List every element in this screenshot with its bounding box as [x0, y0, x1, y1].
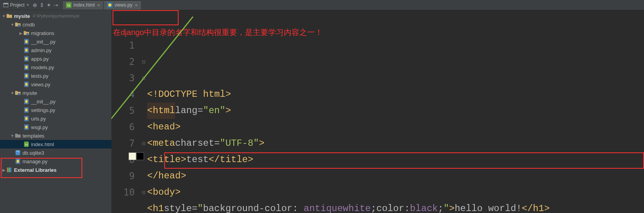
svg-rect-25: [10, 168, 11, 172]
project-tree-panel: ▼mysiteF:\Python\pycharm\myst▼cmdb▶migra…: [0, 10, 111, 213]
tab-views-py[interactable]: views.py ✕: [104, 0, 141, 10]
target-icon[interactable]: ⊕: [33, 2, 37, 8]
svg-text:H: H: [68, 3, 70, 7]
tree-node-templates[interactable]: ▼templates: [0, 131, 111, 140]
tree-node---init---py[interactable]: __init__.py: [0, 97, 111, 106]
svg-point-6: [26, 33, 29, 35]
project-icon: [3, 2, 9, 8]
tree-node-mysite[interactable]: ▼mysiteF:\Python\pycharm\myst: [0, 12, 111, 20]
code-line-4[interactable]: <meta charset="UTF-8">: [147, 135, 644, 152]
tree-node-index-html[interactable]: Hindex.html: [0, 140, 111, 148]
chevron-down-icon: ▼: [26, 3, 30, 7]
svg-rect-24: [9, 168, 10, 172]
python-icon: [107, 2, 113, 8]
svg-point-21: [16, 150, 20, 152]
svg-point-5: [18, 24, 20, 27]
code-line-7[interactable]: <body>: [147, 184, 644, 201]
code-line-1[interactable]: <!DOCTYPE html>: [147, 86, 644, 103]
code-editor[interactable]: 在django中目录的名字和结构很重要，是主要学习内容之一！ 123456789…: [111, 10, 644, 213]
tab-label: index.html: [73, 2, 95, 8]
code-line-5[interactable]: <title>test</title>: [147, 152, 644, 168]
tree-node-migrations[interactable]: ▶migrations: [0, 29, 111, 37]
tree-node-db-sqlite3[interactable]: db.sqlite3: [0, 148, 111, 157]
tree-node-manage-py[interactable]: manage.py: [0, 157, 111, 166]
tree-node-settings-py[interactable]: settings.py: [0, 106, 111, 114]
close-icon[interactable]: ✕: [97, 3, 100, 7]
tree-node-views-py[interactable]: views.py: [0, 80, 111, 89]
collapse-icon[interactable]: ⇕: [40, 2, 44, 8]
line-gutter: 12345678910: [111, 37, 142, 213]
tab-label: views.py: [115, 2, 132, 8]
code-line-8[interactable]: <h1 style="background-color: antiquewhit…: [147, 201, 644, 213]
tree-node-admin-py[interactable]: admin.py: [0, 46, 111, 54]
annotation-text: 在django中目录的名字和结构很重要，是主要学习内容之一！: [113, 27, 323, 38]
code-line-3[interactable]: <head>: [147, 119, 644, 135]
gear-icon[interactable]: ✴: [47, 2, 51, 8]
svg-point-13: [18, 93, 20, 95]
tree-node-wsgi-py[interactable]: wsgi.py: [0, 123, 111, 131]
fold-column[interactable]: ⊟⊟⊟⊟: [142, 37, 147, 213]
close-icon[interactable]: ✕: [135, 3, 138, 7]
svg-rect-23: [7, 168, 8, 172]
tree-node-mysite[interactable]: ▼mysite: [0, 89, 111, 97]
project-panel-label: Project: [10, 2, 24, 8]
tree-node-models-py[interactable]: models.py: [0, 63, 111, 72]
tree-node-external-libraries[interactable]: ▶External Libraries: [0, 166, 111, 174]
project-panel-toggle[interactable]: Project ▼: [0, 2, 33, 8]
tree-node-apps-py[interactable]: apps.py: [0, 54, 111, 63]
hide-icon[interactable]: ⇢: [54, 2, 58, 8]
tab-index-html[interactable]: H index.html ✕: [63, 0, 103, 10]
svg-rect-1: [3, 3, 8, 4]
tree-node---init---py[interactable]: __init__.py: [0, 37, 111, 46]
code-line-6[interactable]: </head>: [147, 168, 644, 184]
html-icon: H: [66, 2, 71, 8]
code-line-2[interactable]: <html lang="en">: [147, 103, 644, 119]
tree-node-cmdb[interactable]: ▼cmdb: [0, 20, 111, 29]
tree-node-tests-py[interactable]: tests.py: [0, 72, 111, 80]
svg-text:H: H: [25, 143, 28, 147]
tree-node-urls-py[interactable]: urls.py: [0, 114, 111, 123]
top-toolbar: Project ▼ ⊕ ⇕ ✴ ⇢ H index.html ✕ views.p…: [0, 0, 644, 10]
